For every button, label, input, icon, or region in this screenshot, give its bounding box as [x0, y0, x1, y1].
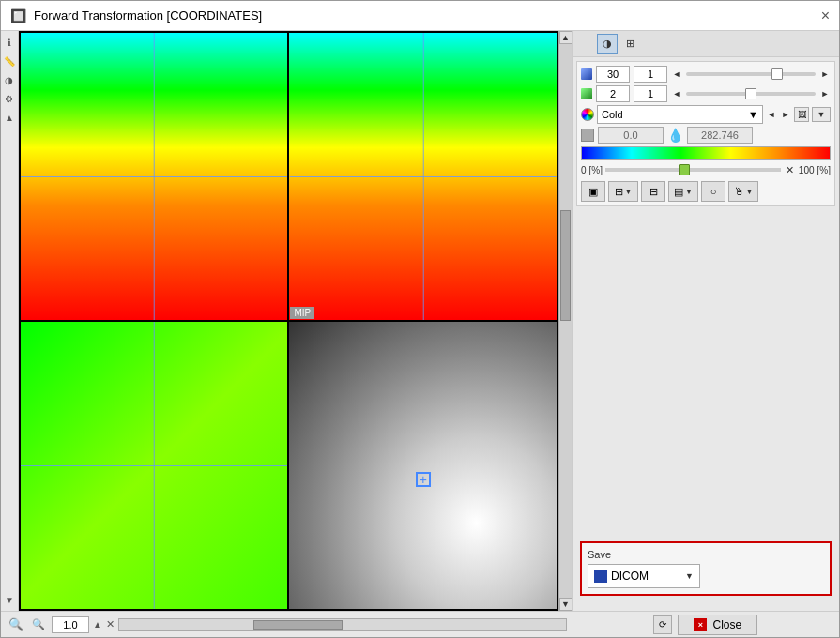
save-dicom-icon: [594, 570, 607, 583]
crosshair-bottom-left: [21, 322, 288, 609]
channel2-value1[interactable]: [596, 85, 630, 102]
colormap-dropdown-arrow: ▼: [748, 109, 758, 120]
range-x-btn[interactable]: ✕: [784, 164, 796, 176]
tool-circle-icon[interactable]: ○: [701, 181, 725, 202]
channel1-row: ◄ ►: [581, 66, 831, 83]
colormap-menu-btn[interactable]: ▼: [812, 107, 831, 122]
viewport-bottom-left[interactable]: [21, 322, 288, 609]
channel2-right-arrow[interactable]: ►: [819, 88, 831, 99]
tool-grid-icon[interactable]: ⊞ ▼: [608, 181, 638, 202]
range-min-label: 0: [581, 165, 587, 175]
zoom-input[interactable]: [52, 616, 89, 633]
contrast-tool[interactable]: ◑: [2, 72, 17, 87]
main-window: 🔲 Forward Transformation [COORDINATES] ×…: [0, 0, 840, 638]
bottom-bar: 🔍 🔍 ▲ ✕ ⟳ × Close: [1, 611, 839, 637]
scroll-down-arrow[interactable]: ▼: [559, 598, 573, 611]
min-value-input[interactable]: [598, 127, 664, 144]
range-min-unit: [%]: [589, 165, 603, 175]
scroll-thumb-vertical[interactable]: [560, 210, 571, 321]
viewport-grid: [19, 31, 558, 611]
mip-label: MIP: [290, 307, 314, 319]
channel1-left-arrow[interactable]: ◄: [671, 68, 682, 80]
droplet-icon: 💧: [667, 128, 683, 143]
measure-tool[interactable]: 📏: [2, 53, 17, 68]
scroll-up-tool[interactable]: ▲: [2, 110, 17, 125]
crosshair-top-left: [21, 33, 288, 320]
close-button[interactable]: × Close: [678, 615, 757, 635]
horizontal-scrollbar[interactable]: [118, 618, 567, 631]
max-value-input[interactable]: [687, 127, 753, 144]
range-slider[interactable]: [605, 161, 781, 178]
info-tool[interactable]: ℹ: [2, 35, 17, 50]
scroll-up-arrow[interactable]: ▲: [559, 31, 573, 44]
cursor-icon: 🖱: [734, 186, 744, 197]
channel1-icon: [581, 68, 592, 80]
save-section: Save DICOM ▼: [580, 541, 832, 596]
channel2-slider[interactable]: [686, 85, 816, 102]
scroll-track-vertical[interactable]: [559, 44, 572, 598]
right-top-tools: ◑ ⊞: [573, 31, 839, 57]
app-icon: 🔲: [10, 8, 26, 23]
tool-table-icon[interactable]: ⊟: [641, 181, 665, 202]
table-dropdown-arrow: ▼: [685, 188, 693, 196]
bottom-left: 🔍 🔍 ▲ ✕: [1, 615, 573, 634]
grid-icon-btn[interactable]: ⊞: [619, 34, 640, 54]
channel1-value1[interactable]: [596, 66, 630, 83]
channel1-thumb[interactable]: [771, 68, 783, 80]
colormap-row: Cold ▼ ◄ ► 🖼 ▼: [581, 105, 831, 124]
grid-icon: ⊞: [615, 186, 623, 198]
close-x-icon: ×: [694, 618, 707, 631]
colormap-edit-btn[interactable]: 🖼: [794, 107, 809, 122]
channel1-slider[interactable]: [686, 66, 816, 83]
colormap-selector[interactable]: Cold ▼: [597, 105, 763, 124]
channel1-right-arrow[interactable]: ►: [819, 68, 831, 80]
bottom-right: ⟳ × Close: [573, 615, 839, 635]
right-panel-spacer: [573, 210, 839, 534]
color-settings-panel: ◄ ► ◄: [576, 61, 835, 206]
channel2-icon: [581, 88, 592, 99]
scroll-down-tool[interactable]: ▼: [2, 592, 17, 607]
save-label: Save: [588, 549, 824, 560]
main-content: ℹ 📏 ◑ ⚙ ▲ ▼: [1, 31, 839, 611]
title-bar-left: 🔲 Forward Transformation [COORDINATES]: [10, 8, 262, 23]
zoom-up-btn[interactable]: ▲: [93, 619, 102, 630]
tool-square-icon[interactable]: ▣: [581, 181, 605, 202]
colormap-next[interactable]: ►: [780, 109, 791, 120]
range-track: [605, 168, 781, 172]
channel2-left-arrow[interactable]: ◄: [671, 88, 682, 99]
viewport-bottom-right[interactable]: [289, 322, 557, 609]
range-thumb[interactable]: [679, 164, 690, 175]
channel1-value2[interactable]: [634, 66, 667, 83]
crosshair-top-right: [289, 33, 557, 320]
channel2-track: [686, 92, 816, 96]
viewport-top-left[interactable]: [21, 33, 288, 320]
channel2-thumb[interactable]: [745, 88, 756, 99]
viewport-scrollbar[interactable]: ▲ ▼: [558, 31, 572, 611]
cursor-dropdown-arrow: ▼: [746, 188, 754, 196]
channel1-track: [686, 72, 816, 76]
colormap-disc: [581, 108, 594, 121]
contrast-icon-btn[interactable]: ◑: [597, 34, 618, 54]
tool-table-dropdown[interactable]: ▤ ▼: [668, 181, 698, 202]
zoom-reset-btn[interactable]: ✕: [106, 618, 115, 630]
save-dropdown-arrow: ▼: [685, 571, 694, 581]
window-close-button[interactable]: ×: [821, 8, 830, 23]
grid-dropdown-arrow: ▼: [625, 188, 633, 196]
left-toolbar: ℹ 📏 ◑ ⚙ ▲ ▼: [1, 31, 19, 611]
colormap-prev[interactable]: ◄: [766, 109, 777, 120]
viewport-top-right[interactable]: [289, 33, 557, 320]
zoom-in-btn[interactable]: 🔍: [7, 615, 25, 634]
gradient-bar: [581, 146, 831, 160]
bottom-right-icon[interactable]: ⟳: [653, 615, 672, 634]
settings-tool[interactable]: ⚙: [2, 91, 17, 106]
horizontal-scroll-thumb[interactable]: [253, 620, 343, 630]
zoom-out-btn[interactable]: 🔍: [29, 615, 48, 634]
tool-cursor-icon[interactable]: 🖱 ▼: [728, 181, 758, 202]
channel2-row: ◄ ►: [581, 85, 831, 102]
channel2-value2[interactable]: [634, 85, 667, 102]
colormap-name: Cold: [602, 109, 623, 120]
save-format-text: DICOM: [611, 570, 681, 583]
save-format-dropdown[interactable]: DICOM ▼: [588, 564, 700, 588]
target-cursor: [416, 472, 431, 487]
window-title: Forward Transformation [COORDINATES]: [34, 8, 262, 23]
